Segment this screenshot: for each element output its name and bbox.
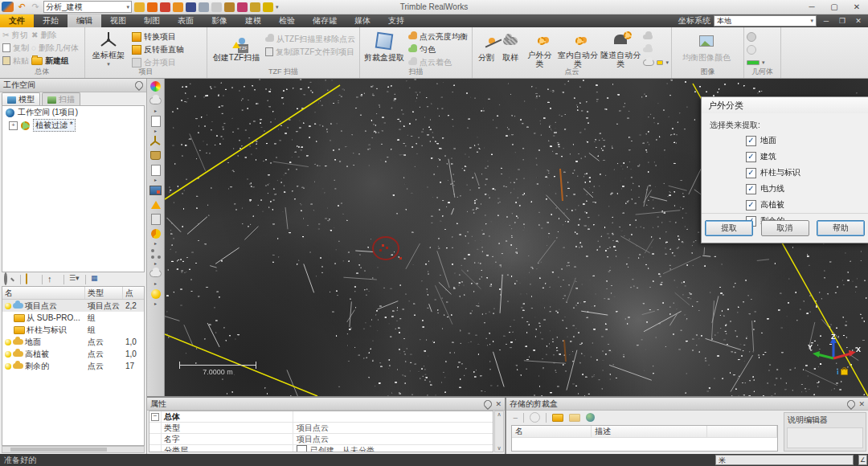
tab-imaging[interactable]: 影像: [203, 14, 236, 27]
checkbox[interactable]: [746, 168, 756, 178]
tab-scan[interactable]: 扫描: [42, 92, 80, 106]
flyout-arrow-icon[interactable]: ▸: [154, 109, 157, 112]
list-item-remaining[interactable]: 剩余的 点云 17: [2, 360, 144, 372]
tab-drawing[interactable]: 制图: [135, 14, 169, 27]
list-item-sub-pro-group[interactable]: 从 SUB-PRO... 组: [2, 312, 144, 324]
coordinate-system-combo[interactable]: 本地 ▾: [714, 15, 817, 27]
property-row-name[interactable]: 名字 项目点云: [149, 434, 493, 445]
axes-tool-icon[interactable]: [149, 135, 162, 147]
unit-field[interactable]: 米: [715, 455, 854, 465]
cut-button[interactable]: ✂剪切: [2, 29, 29, 41]
measure-icon[interactable]: [224, 2, 235, 12]
target-icon[interactable]: [530, 412, 540, 423]
mdi-restore-button[interactable]: ❐: [836, 17, 849, 25]
column-header-points[interactable]: 点: [123, 287, 145, 299]
tab-file[interactable]: 文件: [0, 14, 34, 27]
visibility-bulb-icon[interactable]: [5, 303, 11, 309]
tab-storage-tank[interactable]: 储存罐: [304, 14, 346, 27]
help-button[interactable]: 帮助: [817, 220, 865, 236]
invert-vertical-axis-button[interactable]: 反转垂直轴: [132, 44, 184, 56]
page-tool-icon[interactable]: [149, 164, 162, 176]
sample-button[interactable]: 取样: [500, 29, 522, 68]
luminance-equalize-button[interactable]: 点云亮度均衡: [408, 31, 468, 43]
mdi-close-button[interactable]: ✕: [852, 17, 865, 25]
notes-icon[interactable]: [160, 2, 170, 12]
remove-box-icon[interactable]: −: [513, 413, 518, 423]
angle-unit-icon[interactable]: ∠: [858, 455, 867, 465]
visibility-bulb-icon[interactable]: [5, 363, 11, 370]
checkbox[interactable]: [746, 184, 756, 194]
tab-surface[interactable]: 表面: [169, 14, 203, 27]
qat-more-dropdown[interactable]: ▾: [276, 4, 279, 10]
uniform-color-button[interactable]: 匀色: [408, 44, 468, 56]
maximize-button[interactable]: ▢: [823, 0, 845, 14]
preset-combo[interactable]: 分析_建模 ▾: [43, 1, 132, 13]
warning-icon[interactable]: [149, 198, 162, 211]
checkbox[interactable]: [746, 136, 756, 146]
flyout-arrow-icon[interactable]: ▸: [154, 129, 157, 133]
visibility-bulb-icon[interactable]: [5, 339, 11, 345]
equalize-image-colors-button[interactable]: 均衡图像颜色: [674, 29, 739, 68]
search-icon[interactable]: [4, 274, 15, 284]
tab-model[interactable]: 模型: [2, 92, 40, 106]
pin-icon[interactable]: [845, 398, 857, 409]
list-item-poles-group[interactable]: 杆柱与标识 组: [2, 324, 144, 336]
list-item-project-cloud[interactable]: 项目点云 项目点云 2,2: [2, 300, 144, 312]
property-group-row[interactable]: − 总体: [149, 411, 493, 423]
flyout-arrow-icon[interactable]: ▸: [154, 242, 157, 245]
delete-geometry-button[interactable]: ◌删除几何体: [31, 42, 79, 54]
copy-view-icon[interactable]: [149, 115, 162, 127]
render-mode-icon[interactable]: [149, 80, 162, 92]
checkbox[interactable]: [746, 200, 756, 211]
bucket-tool-icon[interactable]: [149, 149, 162, 161]
display-settings-icon[interactable]: [149, 184, 162, 196]
flyout-arrow-icon[interactable]: ▸: [154, 302, 157, 305]
clipping-box-extract-button[interactable]: 剪裁盒提取: [362, 29, 406, 68]
create-tzf-scan-button[interactable]: TZF 创建TZF扫描: [210, 29, 263, 68]
filter-list-icon[interactable]: ▦: [91, 274, 102, 284]
cloud-display-icon[interactable]: [149, 95, 162, 107]
tab-support[interactable]: 支持: [379, 14, 413, 27]
save-as-icon[interactable]: [199, 2, 209, 12]
list-item-high-vegetation[interactable]: 高植被 点云 1,0: [2, 348, 144, 360]
checkbox[interactable]: [746, 152, 756, 162]
tree-node-vegetation-filter[interactable]: + 植被过滤 *: [2, 119, 144, 132]
new-group-icon[interactable]: [26, 274, 37, 284]
document-icon[interactable]: [211, 2, 222, 12]
tab-inspection[interactable]: 检验: [270, 14, 304, 27]
new-project-icon[interactable]: [134, 2, 145, 12]
property-row-type[interactable]: 类型 项目点云: [149, 423, 493, 434]
tunnel-auto-classify-button[interactable]: 隧道自动分类: [600, 29, 641, 68]
draw-icon[interactable]: [250, 2, 260, 12]
home-icon[interactable]: [173, 2, 183, 12]
pie-tool-icon[interactable]: [149, 227, 162, 239]
visibility-bulb-icon[interactable]: [5, 351, 11, 358]
app-logo-icon[interactable]: [2, 2, 14, 12]
tab-home[interactable]: 开始: [34, 14, 68, 27]
column-header-type[interactable]: 类型: [85, 287, 123, 299]
redo-icon[interactable]: ↷: [30, 2, 41, 12]
collapse-icon[interactable]: −: [151, 413, 159, 421]
viewport-3d[interactable]: 7.0000 m Y Z X i 户外分类 选择类来提取:: [165, 79, 868, 396]
remove-from-tzf-button[interactable]: 从TZF扫描里移除点云: [265, 33, 355, 45]
column-header-description[interactable]: 描述: [592, 426, 707, 437]
view-lock-indicator[interactable]: i: [837, 368, 848, 376]
expand-icon[interactable]: +: [9, 121, 18, 130]
target-icon[interactable]: [237, 2, 248, 12]
pin-icon[interactable]: [482, 398, 493, 409]
tree-node-workspace-root[interactable]: 工作空间 (1项目): [2, 106, 144, 119]
flyout-arrow-icon[interactable]: ▸: [154, 262, 157, 265]
graph-tool-icon[interactable]: [149, 247, 162, 260]
column-header-name[interactable]: 名: [2, 287, 85, 299]
geometry-tool-2-button[interactable]: [747, 43, 765, 55]
copy-tzf-source-button[interactable]: 复制源TZF文件到项目: [265, 46, 355, 58]
tab-media[interactable]: 媒体: [346, 14, 379, 27]
clipboard-icon[interactable]: [149, 213, 162, 225]
globe-icon[interactable]: [586, 413, 595, 422]
pencil-icon[interactable]: [263, 2, 273, 12]
flyout-arrow-icon[interactable]: ▸: [154, 282, 157, 285]
tab-edit[interactable]: 编辑: [68, 14, 101, 27]
new-group-button[interactable]: 新建组: [31, 55, 79, 67]
mdi-minimize-button[interactable]: ─: [820, 17, 833, 25]
vertical-scrollbar[interactable]: ∧∨: [494, 411, 504, 452]
